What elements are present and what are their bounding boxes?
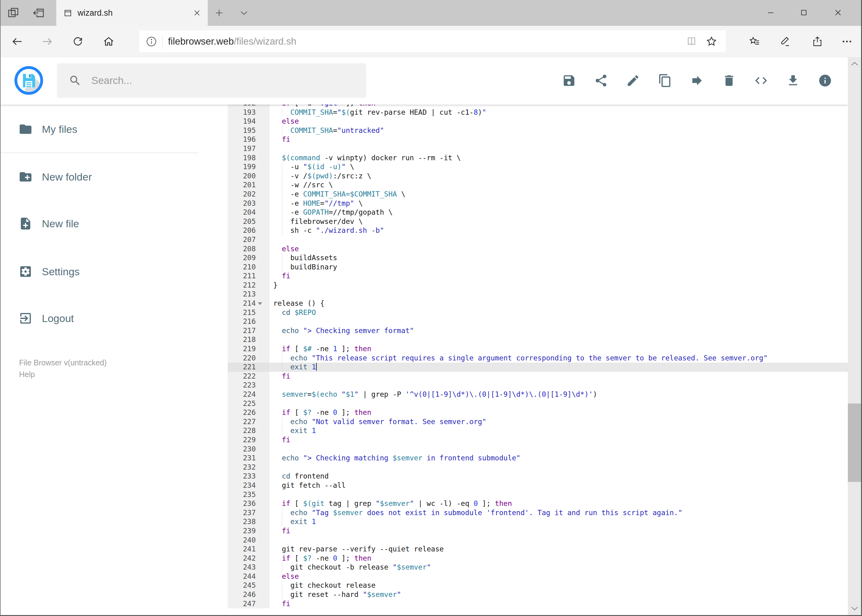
code-editor[interactable]: 192 if [ -d ".git" ]; then193 COMMIT_SHA… (228, 105, 848, 615)
gutter-line-number: 219 (228, 344, 269, 354)
gutter-line-number: 212 (228, 281, 269, 290)
code-line-193: 193 COMMIT_SHA="$(git rev-parse HEAD | c… (228, 108, 848, 117)
web-notes-pen-icon[interactable] (780, 36, 791, 47)
tab-title: wizard.sh (77, 8, 193, 18)
logout-icon (19, 311, 33, 325)
gutter-line-number: 237 (228, 508, 269, 518)
delete-button[interactable] (722, 74, 736, 88)
sidebar-item-settings[interactable]: Settings (0, 258, 199, 285)
gutter-line-number: 229 (228, 435, 269, 445)
window-maximize-button[interactable] (797, 3, 811, 22)
sidebar-item-label: New file (42, 218, 79, 230)
sidebar-item-label: Settings (42, 266, 80, 278)
copy-button[interactable] (658, 74, 672, 88)
code-line-209: 209 buildAssets (228, 253, 848, 262)
tab-preview-icon[interactable] (7, 6, 20, 19)
sidebar-item-new-folder[interactable]: New folder (0, 163, 199, 191)
fold-arrow-icon[interactable] (258, 302, 262, 305)
gutter-line-number: 241 (228, 545, 269, 554)
move-button[interactable] (690, 74, 704, 88)
code-line-228: 228 exit 1 (228, 426, 848, 435)
info-icon[interactable] (145, 35, 158, 48)
scrollbar-up-arrow[interactable] (848, 57, 861, 70)
gutter-line-number: 209 (228, 253, 269, 262)
window-close-button[interactable] (831, 3, 845, 22)
code-line-239: 239 fi (228, 526, 848, 536)
code-line-245: 245 git checkout release (228, 581, 848, 590)
gutter-line-number: 239 (228, 526, 269, 536)
page-scrollbar[interactable] (848, 57, 861, 615)
gutter-line-number: 224 (228, 390, 269, 399)
gutter-line-number: 235 (228, 490, 269, 500)
code-line-237: 237 echo "Tag $semver does not exist in … (228, 508, 848, 518)
gutter-line-number: 214 (228, 299, 269, 308)
browser-tab[interactable]: wizard.sh (56, 0, 208, 26)
forward-icon[interactable] (41, 36, 53, 47)
code-line-220: 220 echo "This release script requires a… (228, 354, 848, 363)
sidebar-meta: File Browser v(untracked) Help (19, 357, 107, 380)
gutter-line-number: 193 (228, 108, 269, 117)
tab-close-icon[interactable] (193, 9, 201, 17)
code-line-202: 202 -e COMMIT_SHA=$COMMIT_SHA \ (228, 190, 848, 199)
text-cursor (316, 363, 317, 371)
gutter-line-number: 227 (228, 417, 269, 427)
gutter-line-number: 238 (228, 517, 269, 526)
reading-view-icon[interactable] (686, 36, 697, 47)
url-path: /files/wizard.sh (234, 36, 296, 47)
save-button[interactable] (562, 74, 576, 88)
gutter-line-number: 218 (228, 335, 269, 344)
gutter-line-number: 208 (228, 245, 269, 254)
gutter-line-number: 223 (228, 381, 269, 390)
code-line-203: 203 -e HOME="//tmp" \ (228, 199, 848, 208)
back-icon[interactable] (11, 36, 23, 47)
sidebar-divider (0, 152, 199, 153)
url-host: filebrowser.web (168, 36, 234, 47)
url-bar[interactable]: filebrowser.web/files/wizard.sh (139, 30, 726, 52)
gutter-line-number: 210 (228, 262, 269, 272)
edit-button[interactable] (626, 74, 640, 88)
search-icon (69, 74, 82, 87)
share-icon[interactable] (812, 36, 823, 47)
new-tab-plus-icon[interactable] (214, 8, 224, 18)
browser-titlebar: wizard.sh (0, 0, 862, 26)
favorites-hub-icon[interactable] (749, 36, 760, 47)
code-line-207: 207 (228, 235, 848, 245)
refresh-icon[interactable] (72, 36, 84, 47)
search-box[interactable] (57, 63, 366, 98)
gutter-line-number: 220 (228, 354, 269, 363)
share-button[interactable] (594, 74, 608, 88)
favorite-star-icon[interactable] (705, 35, 718, 48)
code-line-218: 218 (228, 335, 848, 344)
info-button[interactable] (818, 74, 832, 88)
code-line-230: 230 (228, 445, 848, 454)
sidebar-item-new-file[interactable]: New file (0, 210, 199, 237)
code-button[interactable] (754, 74, 768, 88)
code-line-225: 225 (228, 399, 848, 409)
gutter-line-number: 194 (228, 117, 269, 126)
new-file-icon (19, 217, 33, 231)
scrollbar-down-arrow[interactable] (848, 602, 861, 615)
sidebar-item-logout[interactable]: Logout (0, 305, 199, 332)
code-line-236: 236 if [ $(git tag | grep "$semver" | wc… (228, 499, 848, 508)
home-icon[interactable] (103, 36, 115, 47)
window-minimize-button[interactable] (764, 3, 778, 22)
filebrowser-logo[interactable] (14, 66, 43, 95)
set-tabs-aside-icon[interactable] (32, 6, 45, 19)
chevron-up-icon (851, 61, 858, 66)
code-line-233: 233 cd frontend (228, 472, 848, 481)
search-input[interactable] (91, 74, 350, 87)
code-line-213: 213 (228, 290, 848, 299)
code-line-240: 240 (228, 536, 848, 545)
gutter-line-number: 197 (228, 144, 269, 154)
gutter-line-number: 192 (228, 105, 269, 108)
sidebar-item-my-files[interactable]: My files (0, 115, 199, 143)
sidebar-item-label: Logout (42, 313, 74, 324)
code-line-227: 227 echo "Not valid semver format. See s… (228, 417, 848, 427)
help-link[interactable]: Help (19, 368, 107, 380)
code-line-238: 238 exit 1 (228, 517, 848, 526)
scrollbar-thumb[interactable] (848, 404, 861, 482)
code-line-226: 226 if [ $? -ne 0 ]; then (228, 408, 848, 417)
tabs-dropdown-chevron-icon[interactable] (240, 9, 249, 17)
download-button[interactable] (786, 74, 800, 88)
more-options-icon[interactable] (841, 36, 853, 47)
